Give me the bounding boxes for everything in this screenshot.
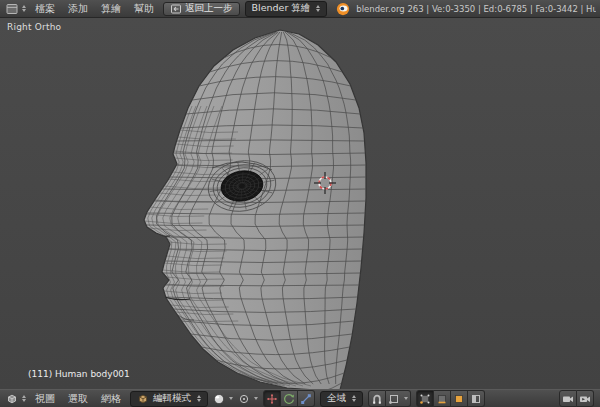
occlude-geometry-button[interactable] [468, 390, 485, 407]
blender-logo [336, 2, 350, 16]
viewport-editor-icon [6, 393, 18, 405]
chevron-updown-icon [22, 5, 26, 12]
info-header-bar: 檔案 添加 算繪 幫助 返回上一步 Blender 算繪 blender.org… [0, 0, 600, 18]
vertex-select-icon [419, 393, 431, 405]
viewport-shading-button[interactable] [211, 391, 235, 406]
occlude-geometry-icon [470, 393, 482, 405]
transform-orientation-select[interactable]: 全域 [320, 391, 363, 407]
magnet-snap-icon [371, 393, 383, 405]
snap-element-button[interactable] [386, 390, 411, 407]
chevron-updown-icon [22, 395, 26, 402]
snap-group [368, 390, 411, 407]
menu-mesh[interactable]: 網格 [95, 392, 127, 406]
menu-select[interactable]: 選取 [62, 392, 94, 406]
manipulator-translate-button[interactable] [263, 390, 281, 407]
rotate-manipulator-icon [283, 393, 295, 405]
manipulator-scale-button[interactable] [298, 390, 315, 407]
viewport-3d[interactable]: Right Ortho (111) Human body001 [0, 18, 600, 389]
chevron-updown-icon [316, 5, 320, 12]
back-step-button[interactable]: 返回上一步 [163, 2, 240, 16]
pivot-point-button[interactable] [236, 391, 260, 406]
mode-select[interactable]: 編輯模式 [130, 391, 208, 407]
chevron-updown-icon [352, 395, 356, 402]
orientation-value: 全域 [327, 392, 346, 405]
menu-view[interactable]: 視圖 [29, 392, 61, 406]
view-orientation-label: Right Ortho [7, 22, 61, 32]
opengl-render-button[interactable] [559, 390, 577, 407]
head-mesh-wireframe[interactable] [0, 18, 600, 389]
face-select-icon [453, 393, 465, 405]
chevron-updown-icon [229, 397, 233, 400]
menu-file[interactable]: 檔案 [29, 2, 61, 16]
back-step-label: 返回上一步 [185, 2, 233, 15]
menu-add[interactable]: 添加 [62, 2, 94, 16]
manipulator-group [263, 390, 315, 407]
editor-type-selector[interactable] [4, 1, 28, 16]
opengl-render-anim-icon [579, 393, 591, 405]
chevron-updown-icon [404, 397, 408, 400]
opengl-render-anim-button[interactable] [577, 390, 594, 407]
select-mode-group [416, 390, 485, 407]
snap-toggle-button[interactable] [368, 390, 386, 407]
manipulator-rotate-button[interactable] [281, 390, 298, 407]
editor-type-selector-3dview[interactable] [4, 391, 28, 406]
blender-window: 檔案 添加 算繪 幫助 返回上一步 Blender 算繪 blender.org… [0, 0, 600, 407]
edit-mode-cube-icon [137, 393, 149, 405]
menu-help[interactable]: 幫助 [128, 2, 160, 16]
render-engine-select[interactable]: Blender 算繪 [245, 1, 328, 17]
select-mode-face-button[interactable] [451, 390, 468, 407]
chevron-updown-icon [197, 395, 201, 402]
snap-element-icon [388, 393, 400, 405]
translate-manipulator-icon [266, 393, 278, 405]
select-mode-vertex-button[interactable] [416, 390, 434, 407]
scale-manipulator-icon [300, 393, 312, 405]
active-object-label: (111) Human body001 [28, 369, 130, 379]
editor-type-icon [6, 3, 18, 15]
viewport-header-bar: 視圖 選取 網格 編輯模式 [0, 389, 600, 407]
scene-stats-text: blender.org 263 | Ve:0-3350 | Ed:0-6785 … [356, 4, 596, 14]
edge-select-icon [436, 393, 448, 405]
chevron-updown-icon [254, 397, 258, 400]
sphere-shading-icon [213, 393, 225, 405]
pivot-point-icon [238, 393, 250, 405]
opengl-render-group [559, 390, 594, 407]
render-engine-value: Blender 算繪 [252, 2, 311, 15]
mode-select-value: 編輯模式 [153, 392, 191, 405]
opengl-render-camera-icon [562, 393, 574, 405]
select-mode-edge-button[interactable] [434, 390, 451, 407]
menu-render[interactable]: 算繪 [95, 2, 127, 16]
back-arrow-icon [170, 3, 182, 15]
